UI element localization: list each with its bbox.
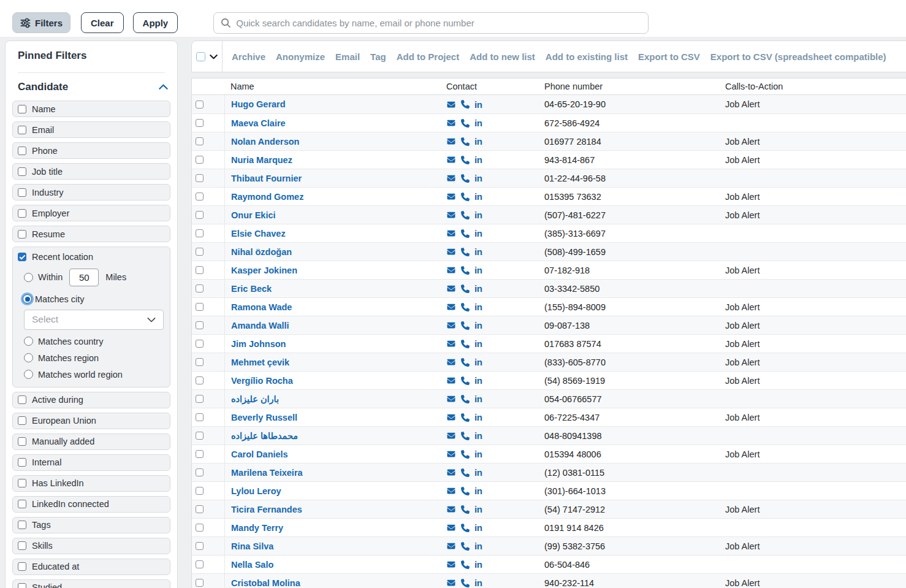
- candidate-name-link[interactable]: Marilena Teixeira: [231, 468, 303, 478]
- filter-item-tags[interactable]: Tags: [12, 517, 170, 533]
- phone-icon[interactable]: [461, 340, 470, 348]
- candidate-name-link[interactable]: Jim Johnson: [231, 339, 286, 349]
- email-icon[interactable]: [446, 432, 456, 440]
- row-checkbox[interactable]: [196, 156, 204, 164]
- row-checkbox[interactable]: [196, 137, 204, 145]
- email-icon[interactable]: [446, 119, 456, 127]
- phone-icon[interactable]: [461, 248, 470, 256]
- linkedin-icon[interactable]: in: [474, 504, 482, 514]
- action-anonymize[interactable]: Anonymize: [276, 52, 325, 62]
- filter-item-name[interactable]: Name: [12, 101, 170, 117]
- row-checkbox[interactable]: [196, 450, 204, 458]
- phone-icon[interactable]: [461, 395, 470, 403]
- linkedin-icon[interactable]: in: [474, 375, 482, 386]
- linkedin-icon[interactable]: in: [474, 412, 482, 422]
- candidate-name-link[interactable]: Nihal özdoğan: [231, 247, 292, 257]
- candidate-name-link[interactable]: Kasper Jokinen: [231, 265, 297, 275]
- filter-checkbox[interactable]: [18, 105, 26, 113]
- row-checkbox[interactable]: [196, 579, 204, 587]
- email-icon[interactable]: [446, 174, 456, 182]
- email-icon[interactable]: [446, 395, 456, 403]
- filter-checkbox[interactable]: [18, 521, 26, 529]
- select-all-checkbox[interactable]: [196, 52, 205, 61]
- row-checkbox[interactable]: [196, 266, 204, 274]
- email-icon[interactable]: [446, 560, 456, 568]
- filter-checkbox[interactable]: [18, 416, 26, 425]
- phone-icon[interactable]: [461, 542, 470, 551]
- filter-checkbox[interactable]: [18, 167, 26, 176]
- miles-input[interactable]: [69, 269, 99, 286]
- phone-icon[interactable]: [461, 376, 470, 385]
- phone-icon[interactable]: [461, 137, 470, 146]
- row-checkbox[interactable]: [196, 487, 204, 495]
- email-icon[interactable]: [446, 211, 456, 219]
- phone-icon[interactable]: [461, 321, 470, 330]
- action-export-to-csv-spreadsheet-compatible-[interactable]: Export to CSV (spreadsheet compatible): [710, 52, 886, 62]
- row-checkbox[interactable]: [196, 542, 204, 550]
- candidate-name-link[interactable]: Vergílio Rocha: [231, 376, 293, 386]
- row-checkbox[interactable]: [196, 432, 204, 440]
- row-checkbox[interactable]: [196, 211, 204, 219]
- row-checkbox[interactable]: [196, 376, 204, 384]
- email-icon[interactable]: [446, 284, 456, 292]
- filter-checkbox[interactable]: [18, 500, 26, 508]
- row-checkbox[interactable]: [196, 101, 204, 109]
- location-match-radio[interactable]: [24, 370, 33, 379]
- within-radio[interactable]: [24, 273, 33, 282]
- linkedin-icon[interactable]: in: [474, 449, 482, 459]
- email-icon[interactable]: [446, 358, 456, 366]
- filter-checkbox[interactable]: [18, 209, 26, 218]
- linkedin-icon[interactable]: in: [474, 210, 482, 220]
- candidate-name-link[interactable]: Maeva Claire: [231, 118, 286, 128]
- phone-icon[interactable]: [461, 156, 470, 164]
- filter-item-educated-at[interactable]: Educated at: [12, 559, 170, 575]
- location-match-radio[interactable]: [24, 353, 33, 362]
- filter-checkbox[interactable]: [18, 147, 26, 155]
- row-checkbox[interactable]: [196, 358, 204, 366]
- linkedin-icon[interactable]: in: [474, 228, 482, 239]
- action-add-to-project[interactable]: Add to Project: [397, 52, 460, 62]
- filter-item-has-linkedin[interactable]: Has LinkedIn: [12, 475, 170, 492]
- filter-checkbox[interactable]: [18, 562, 26, 571]
- candidate-name-link[interactable]: Lylou Leroy: [231, 486, 281, 496]
- phone-icon[interactable]: [461, 266, 470, 275]
- phone-icon[interactable]: [461, 505, 470, 514]
- linkedin-icon[interactable]: in: [474, 136, 482, 147]
- filters-button[interactable]: Filters: [12, 12, 70, 33]
- filter-item-job-title[interactable]: Job title: [12, 163, 170, 180]
- phone-icon[interactable]: [461, 524, 470, 532]
- filter-item-industry[interactable]: Industry: [12, 184, 170, 200]
- candidate-name-link[interactable]: Hugo Gerard: [231, 99, 286, 109]
- linkedin-icon[interactable]: in: [474, 394, 482, 404]
- phone-icon[interactable]: [461, 303, 470, 311]
- phone-icon[interactable]: [461, 487, 470, 495]
- email-icon[interactable]: [446, 487, 456, 495]
- action-export-to-csv[interactable]: Export to CSV: [638, 52, 700, 62]
- row-checkbox[interactable]: [196, 413, 204, 421]
- candidate-name-link[interactable]: Rina Silva: [231, 541, 273, 551]
- phone-icon[interactable]: [461, 579, 470, 587]
- filter-item-resume[interactable]: Resume: [12, 226, 170, 242]
- row-checkbox[interactable]: [196, 174, 204, 182]
- email-icon[interactable]: [446, 156, 456, 164]
- email-icon[interactable]: [446, 137, 456, 145]
- candidate-name-link[interactable]: باران علیزاده: [231, 394, 279, 404]
- row-checkbox[interactable]: [196, 321, 204, 329]
- linkedin-icon[interactable]: in: [474, 559, 482, 570]
- filter-item-linkedin-connected[interactable]: LinkedIn connected: [12, 496, 170, 513]
- filter-checkbox[interactable]: [18, 541, 26, 550]
- linkedin-icon[interactable]: in: [474, 541, 482, 551]
- filter-item-internal[interactable]: Internal: [12, 454, 170, 471]
- linkedin-icon[interactable]: in: [474, 467, 482, 478]
- linkedin-icon[interactable]: in: [474, 265, 482, 275]
- row-checkbox[interactable]: [196, 284, 204, 292]
- clear-button[interactable]: Clear: [81, 12, 124, 33]
- email-icon[interactable]: [446, 193, 456, 200]
- linkedin-icon[interactable]: in: [474, 283, 482, 294]
- filter-checkbox[interactable]: [18, 395, 26, 404]
- apply-button[interactable]: Apply: [133, 12, 178, 33]
- phone-icon[interactable]: [461, 229, 470, 238]
- candidate-name-link[interactable]: Beverly Russell: [231, 413, 297, 422]
- filter-item-skills[interactable]: Skills: [12, 538, 170, 554]
- filter-checkbox[interactable]: [18, 126, 26, 134]
